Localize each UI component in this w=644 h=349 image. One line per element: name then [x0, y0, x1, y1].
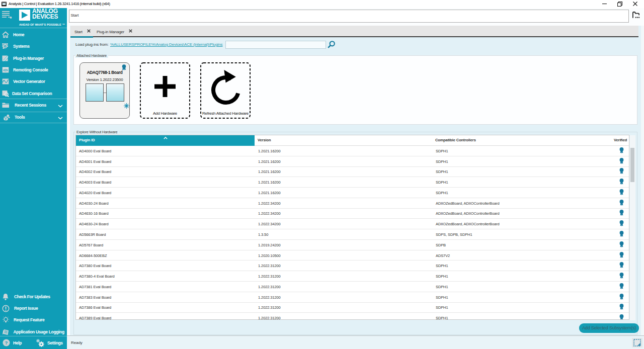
svg-text:?: ?: [5, 340, 8, 345]
svg-text:</>: </>: [3, 68, 8, 72]
